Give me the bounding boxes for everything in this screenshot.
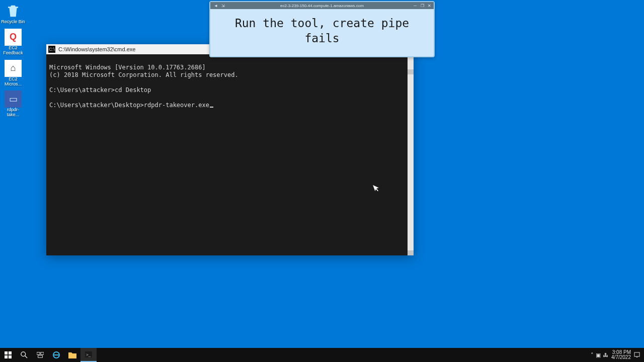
scroll-up-button[interactable] bbox=[408, 69, 414, 74]
cmd-icon: C:\ bbox=[48, 46, 55, 53]
notifications-button[interactable] bbox=[634, 352, 641, 358]
desktop-icon-ec2-feedback[interactable]: Q EC2 Feedback bbox=[1, 29, 25, 56]
rdp-close-button[interactable]: ✕ bbox=[427, 4, 432, 8]
scrollbar[interactable] bbox=[408, 54, 414, 255]
app-icon: ⌂ bbox=[5, 60, 22, 77]
taskbar-right: ˄ ▣ 🖧 3:08 PM 4/7/2022 bbox=[591, 348, 641, 362]
system-tray[interactable]: ˄ ▣ 🖧 bbox=[591, 352, 608, 358]
scroll-down-button[interactable] bbox=[408, 250, 414, 255]
desktop-icon-recycle-bin[interactable]: Recycle Bin bbox=[1, 3, 25, 25]
rdp-connection-bar[interactable]: ◄ ⇲ ec2-3-239-150-44.compute-1.amazonaws… bbox=[210, 2, 434, 9]
desktop-icons: Recycle Bin Q EC2 Feedback ⌂ EC2 Micros.… bbox=[1, 3, 25, 118]
rdp-minimize-button[interactable]: ─ bbox=[413, 4, 418, 8]
desktop-icon-label: rdpdr-take... bbox=[1, 108, 25, 118]
tray-network-icon[interactable]: 🖧 bbox=[603, 352, 608, 358]
recycle-bin-icon bbox=[5, 3, 22, 20]
desktop-icon-label: EC2 Feedback bbox=[1, 46, 25, 56]
svg-rect-0 bbox=[5, 351, 8, 354]
taskbar-clock[interactable]: 3:08 PM 4/7/2022 bbox=[611, 350, 631, 360]
app-icon: Q bbox=[5, 29, 22, 46]
cmd-prompt-line: C:\Users\attacker>cd Desktop bbox=[49, 86, 151, 94]
svg-rect-3 bbox=[9, 355, 12, 358]
taskbar[interactable]: >_ ˄ ▣ 🖧 3:08 PM 4/7/2022 bbox=[0, 348, 644, 362]
svg-rect-7 bbox=[41, 352, 44, 354]
start-button[interactable] bbox=[0, 348, 16, 362]
cmd-window[interactable]: C:\ C:\Windows\system32\cmd.exe ─ ▢ ✕ Mi… bbox=[46, 44, 414, 255]
annotation-overlay: ◄ ⇲ ec2-3-239-150-44.compute-1.amazonaws… bbox=[209, 1, 435, 57]
rdp-restore-button[interactable]: ❐ bbox=[420, 4, 425, 8]
cmd-output-line: (c) 2018 Microsoft Corporation. All righ… bbox=[49, 71, 238, 78]
taskbar-app-explorer[interactable] bbox=[64, 348, 80, 362]
svg-rect-2 bbox=[5, 355, 8, 358]
taskbar-date: 4/7/2022 bbox=[611, 355, 631, 360]
taskbar-left: >_ bbox=[0, 348, 97, 362]
rdp-nav-buttons: ◄ ⇲ bbox=[213, 4, 225, 8]
rdp-window-buttons: ─ ❐ ✕ bbox=[413, 4, 432, 8]
cmd-output-line: Microsoft Windows [Version 10.0.17763.26… bbox=[49, 64, 206, 71]
cmd-prompt-line: C:\Users\attacker\Desktop>rdpdr-takeover… bbox=[49, 102, 209, 109]
rdp-hostname: ec2-3-239-150-44.compute-1.amazonaws.com bbox=[280, 4, 364, 8]
svg-rect-12 bbox=[634, 352, 639, 356]
tray-chevron-icon[interactable]: ˄ bbox=[591, 352, 594, 358]
svg-point-4 bbox=[21, 352, 26, 356]
desktop-icon-label: EC2 Micros... bbox=[1, 77, 25, 87]
search-button[interactable] bbox=[16, 348, 32, 362]
cmd-title: C:\Windows\system32\cmd.exe bbox=[58, 46, 135, 52]
svg-line-5 bbox=[25, 356, 27, 358]
cmd-body[interactable]: Microsoft Windows [Version 10.0.17763.26… bbox=[46, 54, 414, 255]
annotation-caption: Run the tool, create pipe fails bbox=[210, 9, 434, 56]
taskbar-app-cmd[interactable]: >_ bbox=[80, 348, 97, 362]
tray-server-icon[interactable]: ▣ bbox=[596, 352, 601, 358]
svg-rect-8 bbox=[38, 355, 43, 357]
rdp-back-icon[interactable]: ◄ bbox=[213, 4, 218, 8]
desktop-icon-label: Recycle Bin bbox=[1, 20, 25, 25]
desktop-icon-ec2-microsoft[interactable]: ⌂ EC2 Micros... bbox=[1, 60, 25, 87]
cmd-cursor bbox=[210, 107, 213, 108]
desktop-icon-rdpdr-takeover[interactable]: ▭ rdpdr-take... bbox=[1, 90, 25, 118]
svg-rect-6 bbox=[37, 352, 40, 354]
taskbar-app-ie[interactable] bbox=[48, 348, 64, 362]
rdp-pin-icon[interactable]: ⇲ bbox=[220, 4, 225, 8]
task-view-button[interactable] bbox=[32, 348, 48, 362]
svg-text:>_: >_ bbox=[86, 352, 91, 357]
svg-rect-1 bbox=[9, 351, 12, 354]
exe-icon: ▭ bbox=[5, 90, 22, 108]
